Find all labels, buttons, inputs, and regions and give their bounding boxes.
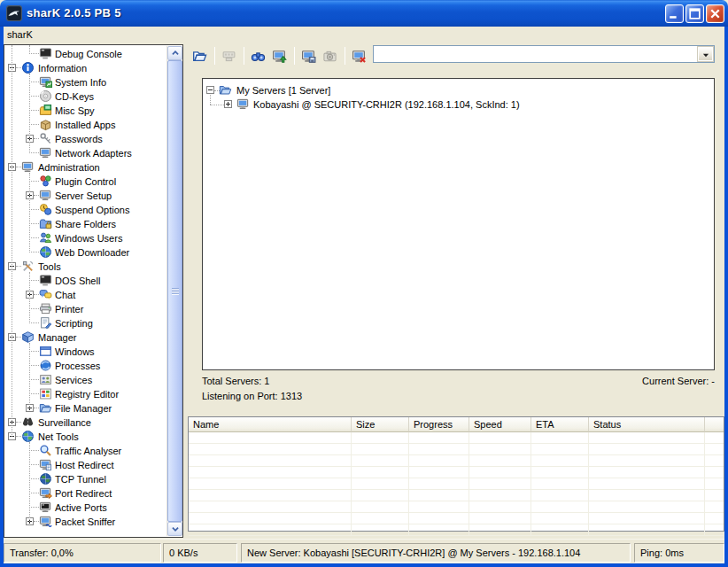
scroll-thumb[interactable] [167, 60, 182, 522]
scroll-down-button[interactable] [167, 522, 182, 536]
window-border-right [724, 27, 728, 563]
app-window: sharK 2.0.5 PB 5 sharK Debug ConsoleInfo… [0, 0, 728, 567]
close-button[interactable] [706, 4, 724, 23]
sidebar-item-label: Chat [55, 288, 75, 302]
table-cell [189, 467, 352, 478]
table-cell [469, 490, 531, 501]
information-icon [21, 61, 35, 75]
table-cell [189, 478, 352, 489]
sidebar-item-label: Web Downloader [55, 245, 129, 260]
table-cell [469, 478, 531, 489]
column-header-name[interactable]: Name [189, 417, 352, 432]
monitor-remove-icon [350, 49, 368, 64]
scroll-up-button[interactable] [167, 46, 182, 60]
menu-item-shark[interactable]: sharK [2, 27, 38, 43]
services-icon [39, 373, 53, 387]
tree-connector [29, 173, 30, 252]
passwords-icon [39, 132, 53, 146]
sidebar-item-label: Windows Users [55, 231, 122, 245]
column-header-speed[interactable]: Speed [469, 417, 531, 432]
sidebar-item-surveillance[interactable]: Surveillance [4, 416, 167, 430]
server-combobox[interactable] [373, 45, 715, 63]
tree-connector [29, 464, 39, 465]
sidebar-item-label: Suspend Options [55, 203, 129, 217]
search-servers-button[interactable] [248, 46, 268, 66]
tree-connector [29, 308, 39, 309]
tree-connector [29, 379, 39, 380]
table-cell [409, 490, 469, 501]
title-bar[interactable]: sharK 2.0.5 PB 5 [0, 0, 728, 27]
host-redirect-icon [39, 458, 53, 472]
server-info-button[interactable] [269, 46, 290, 66]
table-cell [409, 524, 469, 535]
column-header-status[interactable]: Status [589, 417, 705, 432]
chat-icon [39, 288, 53, 302]
column-header-filler [705, 417, 724, 432]
expand-box[interactable] [224, 100, 232, 108]
sidebar-panel: Debug ConsoleInformationSystem InfoCD-Ke… [4, 44, 183, 538]
server-builder-icon [220, 49, 238, 64]
column-header-size[interactable]: Size [352, 417, 409, 432]
tree-connector [29, 493, 39, 493]
table-cell [531, 513, 589, 524]
shark-logo-icon [6, 5, 22, 21]
tree-connector [29, 280, 39, 281]
scripting-icon [39, 316, 53, 330]
window-border-left [0, 27, 4, 563]
disconnect-server-button[interactable] [349, 46, 369, 66]
status-bar: Transfer: 0,0%0 KB/sNew Server: Kobayash… [0, 539, 728, 563]
column-header-progress[interactable]: Progress [409, 417, 469, 432]
tree-connector [29, 442, 30, 522]
sidebar-item-label: TCP Tunnel [55, 472, 106, 486]
table-cell [705, 467, 724, 478]
transfer-table-empty-row [189, 524, 724, 536]
traffic-analyser-icon [39, 444, 53, 458]
table-cell [589, 432, 705, 443]
registry-editor-icon [39, 387, 53, 401]
sidebar-item-label: Active Ports [55, 501, 107, 515]
maximize-button[interactable] [685, 4, 704, 23]
tree-connector [29, 181, 39, 182]
build-server-button[interactable] [219, 46, 239, 66]
collapse-box[interactable] [206, 86, 214, 94]
tree-node-my-servers[interactable]: My Servers [1 Server] [203, 83, 714, 97]
scroll-thumb-grip [172, 288, 179, 295]
tree-connector [29, 507, 39, 508]
tree-connector [29, 478, 39, 479]
tree-connector [29, 96, 39, 97]
administration-icon [21, 160, 35, 175]
table-cell [352, 490, 409, 501]
sidebar-item-label: Share Folders [55, 217, 116, 231]
table-cell [469, 513, 531, 524]
minimize-button[interactable] [665, 4, 684, 23]
sidebar-scrollbar[interactable] [167, 46, 182, 536]
combobox-dropdown-button[interactable] [698, 47, 713, 61]
column-header-eta[interactable]: ETA [531, 417, 589, 432]
open-file-button[interactable] [190, 46, 210, 66]
webcam-capture-button[interactable] [320, 46, 340, 66]
transfer-table-empty-row [189, 444, 724, 455]
table-cell [705, 432, 724, 443]
web-downloader-icon [39, 245, 53, 260]
table-cell [531, 444, 589, 454]
table-cell [705, 501, 724, 512]
toolbar-separator [244, 47, 244, 65]
table-cell [189, 432, 352, 443]
tree-node-server-kobayashi[interactable]: Kobayashi @ SECURITY-CRHI2R (192.168.1.1… [203, 97, 714, 112]
listening-port-label: Listening on Port: 1313 [202, 390, 302, 402]
table-cell [531, 467, 589, 478]
server-label: Kobayashi @ SECURITY-CRHI2R (192.168.1.1… [253, 97, 520, 112]
transfer-table: NameSizeProgressSpeedETAStatus [188, 416, 724, 532]
table-cell [189, 524, 352, 535]
transfer-table-body [189, 432, 724, 536]
table-cell [352, 467, 409, 478]
port-redirect-icon [39, 486, 53, 501]
sidebar-item-label: Passwords [55, 132, 103, 146]
total-servers-label: Total Servers: 1 [202, 375, 269, 387]
speed-status-panel: 0 KB/s [163, 543, 237, 563]
tree-connector [29, 82, 39, 82]
table-cell [589, 513, 705, 524]
screen-capture-button[interactable] [298, 46, 319, 66]
table-cell [531, 490, 589, 501]
tools-icon [21, 260, 35, 274]
